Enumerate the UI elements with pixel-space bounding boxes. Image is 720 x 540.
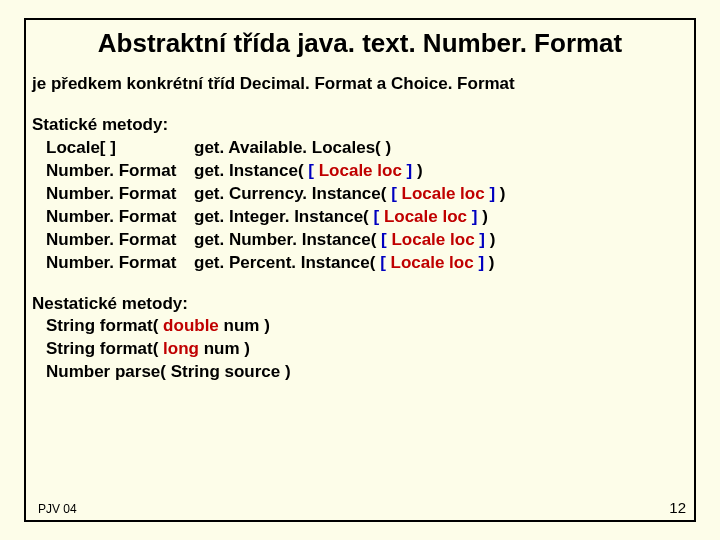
type-keyword: double — [163, 316, 219, 335]
optional-param: Locale loc — [386, 253, 479, 272]
nonstatic-method-row: String format( long num ) — [46, 338, 688, 361]
nonstatic-methods-list: String format( double num )String format… — [32, 315, 688, 384]
return-type: Number. Format — [46, 160, 194, 183]
return-type: Number. Format — [46, 206, 194, 229]
sig-pre: get. Percent. Instance( — [194, 253, 380, 272]
optional-param: Locale loc — [397, 184, 490, 203]
footer-code: PJV 04 — [38, 502, 77, 516]
sig-pre: get. Number. Instance( — [194, 230, 381, 249]
page-number: 12 — [669, 499, 686, 516]
static-method-row: Number. Formatget. Number. Instance( [ L… — [46, 229, 688, 252]
return-type: Locale[ ] — [46, 137, 194, 160]
method-signature: get. Number. Instance( [ Locale loc ] ) — [194, 229, 688, 252]
sig-post: ) — [495, 184, 505, 203]
slide-body: je předkem konkrétní tříd Decimal. Forma… — [32, 73, 688, 384]
sig-post: num ) — [199, 339, 250, 358]
static-method-row: Number. Formatget. Instance( [ Locale lo… — [46, 160, 688, 183]
sig-post: num ) — [219, 316, 270, 335]
method-signature: get. Currency. Instance( [ Locale loc ] … — [194, 183, 688, 206]
sig-post: ) — [485, 230, 495, 249]
sig-pre: Number parse( String source ) — [46, 362, 291, 381]
static-methods-label: Statické metody: — [32, 114, 688, 137]
nonstatic-method-row: String format( double num ) — [46, 315, 688, 338]
sig-pre: String format( — [46, 339, 163, 358]
static-methods-list: Locale[ ]get. Available. Locales( )Numbe… — [32, 137, 688, 275]
nonstatic-methods-label: Nestatické metody: — [32, 293, 688, 316]
sig-post: ) — [477, 207, 487, 226]
slide: Abstraktní třída java. text. Number. For… — [0, 0, 720, 540]
method-signature: get. Instance( [ Locale loc ] ) — [194, 160, 688, 183]
static-method-row: Locale[ ]get. Available. Locales( ) — [46, 137, 688, 160]
optional-param: Locale loc — [379, 207, 472, 226]
method-signature: get. Percent. Instance( [ Locale loc ] ) — [194, 252, 688, 275]
sig-pre: get. Instance( — [194, 161, 308, 180]
optional-param: Locale loc — [387, 230, 480, 249]
content-frame: Abstraktní třída java. text. Number. For… — [24, 18, 696, 522]
static-method-row: Number. Formatget. Percent. Instance( [ … — [46, 252, 688, 275]
type-keyword: long — [163, 339, 199, 358]
method-signature: get. Available. Locales( ) — [194, 137, 688, 160]
nonstatic-method-row: Number parse( String source ) — [46, 361, 688, 384]
return-type: Number. Format — [46, 183, 194, 206]
sig-post: ) — [484, 253, 494, 272]
slide-title: Abstraktní třída java. text. Number. For… — [32, 28, 688, 59]
return-type: Number. Format — [46, 229, 194, 252]
method-signature: get. Integer. Instance( [ Locale loc ] ) — [194, 206, 688, 229]
optional-param: Locale loc — [314, 161, 407, 180]
return-type: Number. Format — [46, 252, 194, 275]
static-method-row: Number. Formatget. Integer. Instance( [ … — [46, 206, 688, 229]
sig-pre: String format( — [46, 316, 163, 335]
sig-post: ) — [412, 161, 422, 180]
intro-text: je předkem konkrétní tříd Decimal. Forma… — [32, 73, 688, 96]
sig-pre: get. Currency. Instance( — [194, 184, 391, 203]
sig-pre: get. Integer. Instance( — [194, 207, 374, 226]
sig-pre: get. Available. Locales( ) — [194, 138, 391, 157]
static-method-row: Number. Formatget. Currency. Instance( [… — [46, 183, 688, 206]
